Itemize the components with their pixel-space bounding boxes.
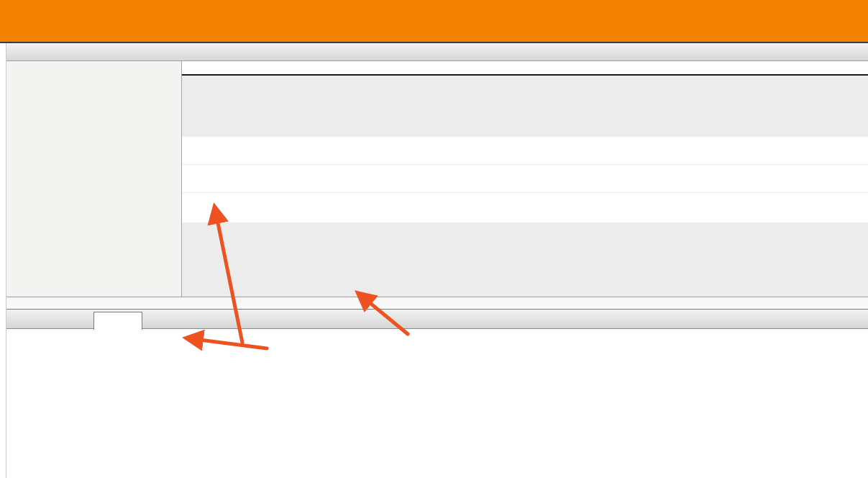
- tab-slice[interactable]: [93, 312, 142, 330]
- panel-splitter[interactable]: [6, 297, 868, 310]
- timeline-ruler[interactable]: [182, 61, 868, 76]
- track-label-pane: [6, 61, 182, 297]
- selection-header: [6, 310, 868, 329]
- timeline-canvas[interactable]: [182, 76, 868, 297]
- trace-view-titlebar: [6, 43, 868, 61]
- top-banner: [0, 0, 868, 42]
- track-band-iterator-resource: [182, 193, 868, 222]
- selection-detail-panel: [6, 310, 868, 478]
- trace-viewer-page: [0, 0, 868, 478]
- track-band-tf-compute-1: [182, 137, 868, 164]
- track-band-tf-compute-2: [182, 165, 868, 192]
